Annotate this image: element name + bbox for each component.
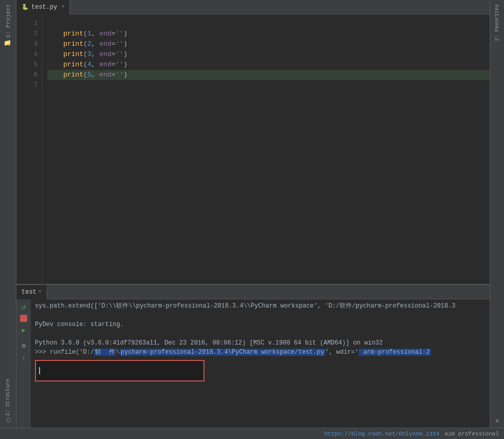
stop-button[interactable] [20,315,27,322]
console-line-pydev: PyDev console: starting. [35,320,486,329]
run-sidebar: ↺ ▶ ⚙ ↑ [16,299,31,428]
cursor-indicator [39,367,40,374]
console-tab-label: test [22,289,36,296]
structure-icon: ⬡ [5,417,11,424]
python-file-icon: 🐍 [22,4,29,10]
bottom-tab-bar: test × [16,285,490,299]
rerun-button[interactable]: ↺ [18,301,29,312]
line-number: 3 [16,39,42,49]
editor-tab-test-py[interactable]: 🐍 test.py × [16,0,70,14]
editor-area: 1 2 3 4 5 6 7 print(1, end='') print(2, [16,14,490,284]
code-line-7 [47,80,490,90]
line-number: 7 [16,80,42,90]
sidebar-item-project[interactable]: 📁 1: Project [3,0,14,51]
line-numbers: 1 2 3 4 5 6 7 [16,14,42,284]
sidebar-item-structure[interactable]: ⬡ 2: Structure [4,377,12,426]
settings-icon[interactable]: ⚙ [18,340,29,351]
line-number: 5 [16,60,42,70]
code-line-6: print(5, end='') [47,70,490,80]
aim-professional-label: aim professional [444,431,499,437]
right-sidebar: 2: Favorites » [490,0,504,428]
status-bar: https://blog.csdn.net/Onlyone_1314 aim p… [0,428,504,439]
line-number: 1 [16,18,42,29]
console-tab-close[interactable]: × [39,289,42,295]
run-button[interactable]: ▶ [18,325,29,335]
console-line-runfile: >>> runfile('D:/软 件\pycharm-professional… [35,348,486,357]
console-content: ↺ ▶ ⚙ ↑ sys.path.extend(['D:\\软件\\pychar… [16,299,490,428]
code-line-4: print(3, end='') [47,49,490,60]
console-line-python: Python 3.6.0 (v3.6.0:41df79263a11, Dec 2… [35,338,486,348]
status-url[interactable]: https://blog.csdn.net/Onlyone_1314 [324,431,439,437]
code-line-5: print(4, end='') [47,60,490,70]
code-line-3: print(2, end='') [47,39,490,49]
console-line-empty2 [35,329,486,338]
tab-close-button[interactable]: × [61,4,64,10]
console-input-container[interactable] [35,360,204,381]
console-line-empty1 [35,311,486,320]
bottom-panel: test × ↺ ▶ ⚙ ↑ sys.p [16,284,490,428]
line-number: 4 [16,49,42,60]
console-tab[interactable]: test × [16,285,47,299]
code-editor[interactable]: print(1, end='') print(2, end='') print(… [42,14,490,284]
console-input[interactable] [41,367,200,374]
console-line-sys: sys.path.extend(['D:\\软件\\pycharm-profes… [35,301,486,311]
editor-tab-bar: 🐍 test.py × [16,0,490,14]
line-number: 2 [16,29,42,39]
console-output[interactable]: sys.path.extend(['D:\\软件\\pycharm-profes… [31,299,490,428]
sidebar-item-favorites[interactable]: 2: Favorites [493,2,501,43]
line-number: 6 [16,70,42,80]
folder-icon: 📁 [5,40,12,47]
up-arrow-icon[interactable]: ↑ [18,354,29,364]
code-line-2: print(1, end='') [47,29,490,39]
chevron-down-icon[interactable]: » [493,416,502,426]
code-line-1 [47,18,490,29]
